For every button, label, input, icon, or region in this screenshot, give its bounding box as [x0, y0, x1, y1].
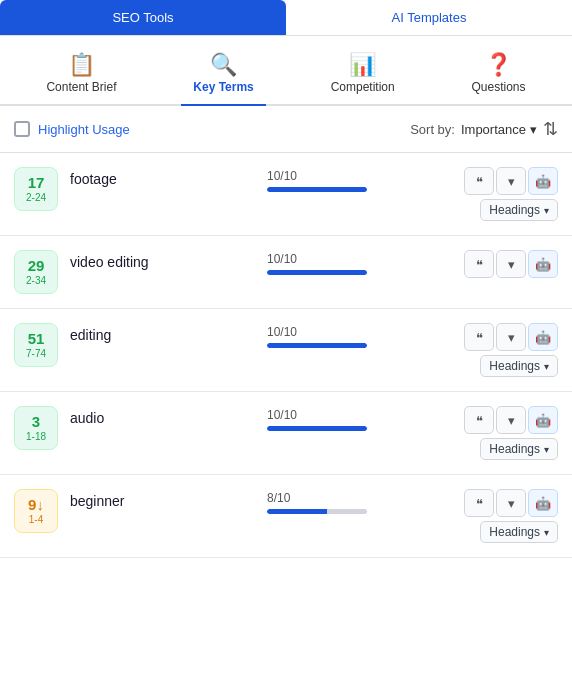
- term-badge: 3 1-18: [14, 406, 58, 450]
- headings-dropdown[interactable]: Headings ▾: [480, 355, 558, 377]
- score-label: 10/10: [267, 252, 452, 266]
- quote-button[interactable]: ❝: [464, 323, 494, 351]
- headings-chevron-icon: ▾: [544, 361, 549, 372]
- score-area: 10/10: [267, 406, 452, 431]
- term-actions: ❝ ▾ 🤖 Headings ▾: [464, 323, 558, 377]
- headings-label: Headings: [489, 359, 540, 373]
- score-label: 10/10: [267, 169, 452, 183]
- term-actions: ❝ ▾ 🤖 Headings ▾: [464, 167, 558, 221]
- quote-button[interactable]: ❝: [464, 406, 494, 434]
- term-row: 17 2-24 footage 10/10 ❝ ▾ 🤖 Headings ▾: [0, 153, 572, 236]
- expand-button[interactable]: ▾: [496, 250, 526, 278]
- term-actions: ❝ ▾ 🤖: [464, 250, 558, 278]
- ai-button[interactable]: 🤖: [528, 323, 558, 351]
- controls-row: Highlight Usage Sort by: Importance ▾ ⇅: [0, 106, 572, 153]
- quote-button[interactable]: ❝: [464, 489, 494, 517]
- score-label: 8/10: [267, 491, 452, 505]
- headings-chevron-icon: ▾: [544, 444, 549, 455]
- ai-templates-tab[interactable]: AI Templates: [286, 0, 572, 35]
- ai-button[interactable]: 🤖: [528, 489, 558, 517]
- highlight-checkbox[interactable]: [14, 121, 30, 137]
- headings-label: Headings: [489, 442, 540, 456]
- progress-bar: [267, 426, 367, 431]
- highlight-usage-toggle[interactable]: Highlight Usage: [14, 121, 130, 137]
- score-area: 10/10: [267, 167, 452, 192]
- expand-button[interactable]: ▾: [496, 406, 526, 434]
- nav-competition-label: Competition: [331, 80, 395, 94]
- expand-button[interactable]: ▾: [496, 167, 526, 195]
- headings-dropdown[interactable]: Headings ▾: [480, 199, 558, 221]
- score-area: 8/10: [267, 489, 452, 514]
- badge-number: 9↓: [28, 497, 44, 514]
- progress-fill: [267, 426, 367, 431]
- score-label: 10/10: [267, 325, 452, 339]
- headings-dropdown[interactable]: Headings ▾: [480, 438, 558, 460]
- nav-content-brief[interactable]: 📋 Content Brief: [34, 48, 128, 104]
- action-icons-row: ❝ ▾ 🤖: [464, 250, 558, 278]
- sort-dropdown[interactable]: Importance ▾: [461, 122, 537, 137]
- nav-content-brief-label: Content Brief: [46, 80, 116, 94]
- nav-competition[interactable]: 📊 Competition: [319, 48, 407, 104]
- badge-number: 3: [32, 414, 40, 431]
- term-row: 29 2-34 video editing 10/10 ❝ ▾ 🤖: [0, 236, 572, 309]
- sort-value: Importance: [461, 122, 526, 137]
- headings-chevron-icon: ▾: [544, 205, 549, 216]
- term-badge: 29 2-34: [14, 250, 58, 294]
- progress-bar: [267, 270, 367, 275]
- ai-button[interactable]: 🤖: [528, 167, 558, 195]
- action-icons-row: ❝ ▾ 🤖: [464, 406, 558, 434]
- nav-key-terms[interactable]: 🔍 Key Terms: [181, 48, 265, 104]
- headings-label: Headings: [489, 203, 540, 217]
- badge-range: 2-24: [26, 192, 46, 203]
- top-tab-bar: SEO Tools AI Templates: [0, 0, 572, 36]
- action-icons-row: ❝ ▾ 🤖: [464, 489, 558, 517]
- term-name: footage: [70, 167, 255, 187]
- competition-icon: 📊: [349, 54, 376, 76]
- nav-row: 📋 Content Brief 🔍 Key Terms 📊 Competitio…: [0, 36, 572, 106]
- term-row: 9↓ 1-4 beginner 8/10 ❝ ▾ 🤖 Headings ▾: [0, 475, 572, 558]
- score-area: 10/10: [267, 323, 452, 348]
- sort-order-icon[interactable]: ⇅: [543, 118, 558, 140]
- score-area: 10/10: [267, 250, 452, 275]
- chevron-down-icon: ▾: [530, 122, 537, 137]
- progress-fill: [267, 270, 367, 275]
- action-icons-row: ❝ ▾ 🤖: [464, 323, 558, 351]
- term-name: beginner: [70, 489, 255, 509]
- progress-fill: [267, 343, 367, 348]
- quote-button[interactable]: ❝: [464, 250, 494, 278]
- headings-dropdown[interactable]: Headings ▾: [480, 521, 558, 543]
- nav-key-terms-label: Key Terms: [193, 80, 253, 94]
- term-actions: ❝ ▾ 🤖 Headings ▾: [464, 489, 558, 543]
- action-icons-row: ❝ ▾ 🤖: [464, 167, 558, 195]
- term-name: editing: [70, 323, 255, 343]
- nav-questions[interactable]: ❓ Questions: [460, 48, 538, 104]
- content-brief-icon: 📋: [68, 54, 95, 76]
- badge-range: 1-18: [26, 431, 46, 442]
- progress-bar: [267, 343, 367, 348]
- sort-by-label: Sort by:: [410, 122, 455, 137]
- headings-chevron-icon: ▾: [544, 527, 549, 538]
- sort-area: Sort by: Importance ▾ ⇅: [410, 118, 558, 140]
- quote-button[interactable]: ❝: [464, 167, 494, 195]
- ai-button[interactable]: 🤖: [528, 250, 558, 278]
- term-badge: 9↓ 1-4: [14, 489, 58, 533]
- progress-bar: [267, 509, 367, 514]
- badge-range: 7-74: [26, 348, 46, 359]
- term-actions: ❝ ▾ 🤖 Headings ▾: [464, 406, 558, 460]
- terms-list: 17 2-24 footage 10/10 ❝ ▾ 🤖 Headings ▾ 2…: [0, 153, 572, 558]
- highlight-usage-label: Highlight Usage: [38, 122, 130, 137]
- badge-number: 51: [28, 331, 45, 348]
- seo-tools-tab[interactable]: SEO Tools: [0, 0, 286, 35]
- nav-questions-label: Questions: [472, 80, 526, 94]
- term-name: audio: [70, 406, 255, 426]
- badge-number: 29: [28, 258, 45, 275]
- badge-number: 17: [28, 175, 45, 192]
- term-name: video editing: [70, 250, 255, 270]
- term-row: 51 7-74 editing 10/10 ❝ ▾ 🤖 Headings ▾: [0, 309, 572, 392]
- term-row: 3 1-18 audio 10/10 ❝ ▾ 🤖 Headings ▾: [0, 392, 572, 475]
- expand-button[interactable]: ▾: [496, 323, 526, 351]
- score-label: 10/10: [267, 408, 452, 422]
- expand-button[interactable]: ▾: [496, 489, 526, 517]
- ai-button[interactable]: 🤖: [528, 406, 558, 434]
- progress-fill: [267, 187, 367, 192]
